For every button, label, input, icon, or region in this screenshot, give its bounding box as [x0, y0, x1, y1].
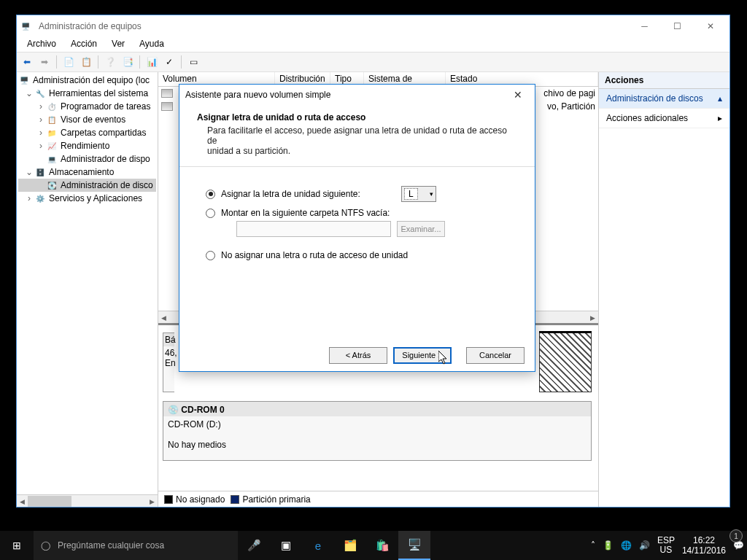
- radio-icon[interactable]: [206, 209, 215, 218]
- wizard-close-button[interactable]: ✕: [507, 89, 529, 101]
- cdrom-entry[interactable]: 💿 CD-ROM 0 CD-ROM (D:) No hay medios: [163, 401, 592, 461]
- toolbar-icon[interactable]: 📑: [120, 55, 135, 69]
- lang-line2: US: [660, 545, 673, 555]
- option-assign-letter[interactable]: Asignar la letra de unidad siguiente: L …: [206, 189, 513, 199]
- disk-0-entry[interactable]: Bá 46,En: [163, 332, 174, 392]
- volume-icon[interactable]: 🔊: [639, 540, 650, 551]
- cdrom-label: CD-ROM (D:): [168, 419, 221, 429]
- taskbar-clock[interactable]: 16:2214/11/2016: [682, 535, 726, 556]
- notification-badge[interactable]: 1: [729, 529, 743, 542]
- taskbar-app-edge[interactable]: e: [302, 531, 334, 560]
- toolbar-icon[interactable]: ▭: [186, 55, 201, 69]
- tree-item-devmgr[interactable]: Administrador de dispo: [61, 154, 150, 164]
- expander-icon[interactable]: ⌄: [24, 167, 34, 177]
- expander-icon[interactable]: ›: [36, 141, 46, 151]
- scheduler-icon: ⏱️: [46, 101, 58, 112]
- next-button[interactable]: Siguiente >: [393, 347, 452, 364]
- actions-pane: Acciones Administración de discos ▴ Acci…: [598, 72, 729, 507]
- legend-swatch-unallocated: [164, 495, 173, 504]
- maximize-button[interactable]: ☐: [661, 16, 694, 36]
- expander-icon[interactable]: ›: [36, 128, 46, 138]
- wizard-titlebar[interactable]: Asistente para nuevo volumen simple ✕: [179, 85, 535, 105]
- network-icon[interactable]: 🌐: [621, 540, 632, 551]
- mount-path-input: [236, 221, 391, 237]
- back-button[interactable]: < Atrás: [329, 347, 387, 364]
- tree-item-services[interactable]: Servicios y Aplicaciones: [49, 193, 142, 203]
- option-no-letter[interactable]: No asignar una letra o ruta de acceso de…: [206, 250, 513, 260]
- wizard-content: Asignar la letra de unidad siguiente: L …: [179, 167, 535, 339]
- menu-view[interactable]: Ver: [104, 37, 132, 52]
- option-mount-folder[interactable]: Montar en la siguiente carpeta NTFS vací…: [206, 208, 513, 218]
- battery-icon[interactable]: 🔋: [603, 540, 614, 551]
- diskmgmt-icon: 💽: [46, 179, 58, 191]
- tree-item-sharedfolders[interactable]: Carpetas compartidas: [61, 128, 146, 138]
- start-button[interactable]: ⊞: [0, 540, 34, 551]
- scroll-right-icon[interactable]: ▶: [147, 496, 158, 507]
- drive-letter-value: L: [404, 188, 418, 200]
- mic-icon[interactable]: 🎤: [238, 531, 270, 560]
- minimize-button[interactable]: ─: [628, 16, 661, 36]
- unallocated-region[interactable]: [539, 332, 592, 392]
- back-icon[interactable]: ⬅: [20, 55, 34, 69]
- scroll-left-icon[interactable]: ◀: [158, 312, 169, 323]
- menu-help[interactable]: Ayuda: [132, 37, 171, 52]
- system-tray[interactable]: ˄ 🔋 🌐 🔊 ESPUS 16:2214/11/2016 💬: [588, 535, 747, 556]
- actions-more-label: Acciones adicionales: [606, 113, 688, 123]
- toolbar-icon[interactable]: 📄: [61, 55, 76, 69]
- toolbar-icon[interactable]: 📊: [144, 55, 159, 69]
- cancel-button[interactable]: Cancelar: [466, 347, 525, 364]
- scroll-right-icon[interactable]: ▶: [587, 312, 598, 323]
- tree-root[interactable]: Administración del equipo (loc: [33, 75, 150, 85]
- legend-swatch-primary: [231, 495, 239, 504]
- tree-horizontal-scrollbar[interactable]: ◀ ▶: [17, 494, 158, 507]
- app-icon: 🖥️: [20, 20, 31, 32]
- titlebar[interactable]: 🖥️ Administración de equipos ─ ☐ ✕: [17, 15, 729, 37]
- expander-icon[interactable]: ⌄: [24, 88, 34, 98]
- actions-more[interactable]: Acciones adicionales ▸: [599, 109, 729, 128]
- taskbar-app-store[interactable]: 🛍️: [366, 531, 398, 560]
- radio-icon[interactable]: [206, 190, 215, 199]
- menu-file[interactable]: Archivo: [20, 37, 63, 52]
- actions-main-label: Administración de discos: [606, 93, 703, 104]
- navigation-tree[interactable]: 🖥️Administración del equipo (loc ⌄🔧Herra…: [17, 72, 158, 494]
- tree-item-systools[interactable]: Herramientas del sistema: [49, 88, 148, 98]
- wizard-button-row: < Atrás Siguiente > Cancelar: [179, 339, 535, 371]
- expander-icon[interactable]: ›: [24, 193, 34, 203]
- drive-letter-select[interactable]: L ▾: [401, 186, 436, 202]
- volume-icon: [161, 89, 173, 98]
- scroll-left-icon[interactable]: ◀: [17, 496, 28, 507]
- lang-line1: ESP: [657, 535, 675, 545]
- tree-item-storage[interactable]: Almacenamiento: [49, 167, 114, 177]
- actions-main[interactable]: Administración de discos ▴: [599, 89, 729, 109]
- tray-overflow-icon[interactable]: ˄: [591, 540, 595, 551]
- taskbar[interactable]: ⊞ ◯ Pregúntame cualquier cosa 🎤 ▣ e 🗂️ 🛍…: [0, 531, 747, 560]
- clock-time: 16:22: [693, 535, 715, 545]
- wizard-subheading-line1: Para facilitarle el acceso, puede asigna…: [207, 125, 507, 146]
- radio-icon[interactable]: [206, 251, 215, 260]
- scrollbar-thumb[interactable]: [28, 496, 71, 507]
- tree-item-scheduler[interactable]: Programador de tareas: [61, 101, 150, 112]
- language-indicator[interactable]: ESPUS: [657, 536, 675, 555]
- help-icon[interactable]: ❔: [103, 55, 117, 69]
- toolbar-icon[interactable]: 📋: [79, 55, 93, 69]
- taskbar-search[interactable]: ◯ Pregúntame cualquier cosa: [34, 531, 238, 560]
- expander-icon[interactable]: ›: [36, 101, 46, 112]
- expander-icon[interactable]: ›: [36, 114, 46, 125]
- task-view-button[interactable]: ▣: [270, 531, 302, 560]
- legend-bar: No asignado Partición primaria: [158, 491, 598, 507]
- cdrom-icon: 💿: [168, 405, 179, 415]
- forward-icon[interactable]: ➡: [37, 55, 52, 69]
- taskbar-app-compmgmt[interactable]: 🖥️: [398, 531, 430, 560]
- close-button[interactable]: ✕: [694, 16, 727, 36]
- list-fragment: chivo de pagi: [543, 88, 595, 98]
- toolbar-icon[interactable]: ✓: [162, 55, 177, 69]
- tree-item-performance[interactable]: Rendimiento: [61, 141, 109, 151]
- taskbar-app-explorer[interactable]: 🗂️: [334, 531, 366, 560]
- menu-action[interactable]: Acción: [63, 37, 104, 52]
- storage-icon: 🗄️: [34, 166, 46, 178]
- wizard-header: Asignar letra de unidad o ruta de acceso…: [179, 105, 535, 167]
- tree-item-diskmgmt[interactable]: Administración de disco: [61, 180, 153, 190]
- tree-item-eventviewer[interactable]: Visor de eventos: [61, 114, 125, 125]
- toolbar: ⬅ ➡ 📄 📋 ❔ 📑 📊 ✓ ▭: [17, 52, 729, 72]
- option-assign-letter-label: Asignar la letra de unidad siguiente:: [221, 189, 360, 199]
